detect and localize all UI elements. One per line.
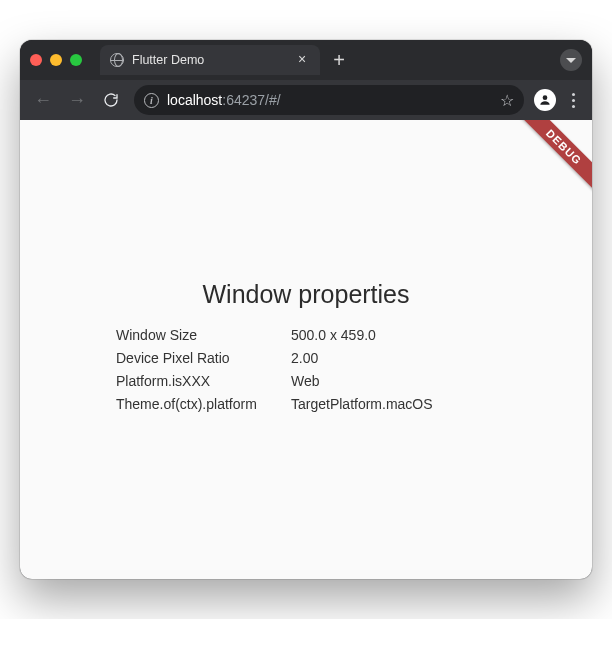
address-bar[interactable]: i localhost:64237/#/ ☆ bbox=[134, 85, 524, 115]
reload-button[interactable] bbox=[96, 85, 126, 115]
browser-tab[interactable]: Flutter Demo × bbox=[100, 45, 320, 75]
browser-window: Flutter Demo × + ← → i bbox=[20, 40, 592, 579]
titlebar: Flutter Demo × + bbox=[20, 40, 592, 80]
person-icon bbox=[538, 93, 552, 107]
url-path: :64237/#/ bbox=[222, 92, 280, 108]
url-display: localhost:64237/#/ bbox=[167, 92, 281, 108]
property-value: TargetPlatform.macOS bbox=[291, 396, 496, 412]
property-label: Theme.of(ctx).platform bbox=[116, 396, 291, 412]
toolbar: ← → i localhost:64237/#/ ☆ bbox=[20, 80, 592, 120]
debug-banner: DEBUG bbox=[508, 120, 592, 203]
new-tab-button[interactable]: + bbox=[326, 47, 352, 73]
profile-button[interactable] bbox=[534, 89, 556, 111]
property-value: 500.0 x 459.0 bbox=[291, 327, 496, 343]
url-host: localhost bbox=[167, 92, 222, 108]
page-heading: Window properties bbox=[116, 280, 496, 309]
tabstrip: Flutter Demo × + bbox=[100, 45, 582, 75]
globe-icon bbox=[110, 53, 124, 67]
properties-table: Window Size 500.0 x 459.0 Device Pixel R… bbox=[116, 327, 496, 412]
page-viewport: DEBUG Window properties Window Size 500.… bbox=[20, 120, 592, 579]
account-switcher-button[interactable] bbox=[560, 49, 582, 71]
dot-icon bbox=[572, 93, 575, 96]
property-label: Device Pixel Ratio bbox=[116, 350, 291, 366]
svg-point-0 bbox=[543, 95, 548, 100]
window-maximize-button[interactable] bbox=[70, 54, 82, 66]
property-label: Window Size bbox=[116, 327, 291, 343]
window-close-button[interactable] bbox=[30, 54, 42, 66]
chevron-down-icon bbox=[566, 58, 576, 63]
site-info-icon[interactable]: i bbox=[144, 93, 159, 108]
back-button[interactable]: ← bbox=[28, 85, 58, 115]
reload-icon bbox=[103, 92, 119, 108]
property-value: 2.00 bbox=[291, 350, 496, 366]
window-controls bbox=[30, 54, 82, 66]
arrow-left-icon: ← bbox=[34, 90, 52, 111]
tab-close-button[interactable]: × bbox=[294, 52, 310, 68]
page-content: Window properties Window Size 500.0 x 45… bbox=[116, 280, 496, 412]
property-label: Platform.isXXX bbox=[116, 373, 291, 389]
arrow-right-icon: → bbox=[68, 90, 86, 111]
tab-title: Flutter Demo bbox=[132, 53, 286, 67]
window-minimize-button[interactable] bbox=[50, 54, 62, 66]
dot-icon bbox=[572, 99, 575, 102]
forward-button[interactable]: → bbox=[62, 85, 92, 115]
property-value: Web bbox=[291, 373, 496, 389]
dot-icon bbox=[572, 105, 575, 108]
menu-button[interactable] bbox=[562, 87, 584, 114]
bookmark-button[interactable]: ☆ bbox=[500, 91, 514, 110]
